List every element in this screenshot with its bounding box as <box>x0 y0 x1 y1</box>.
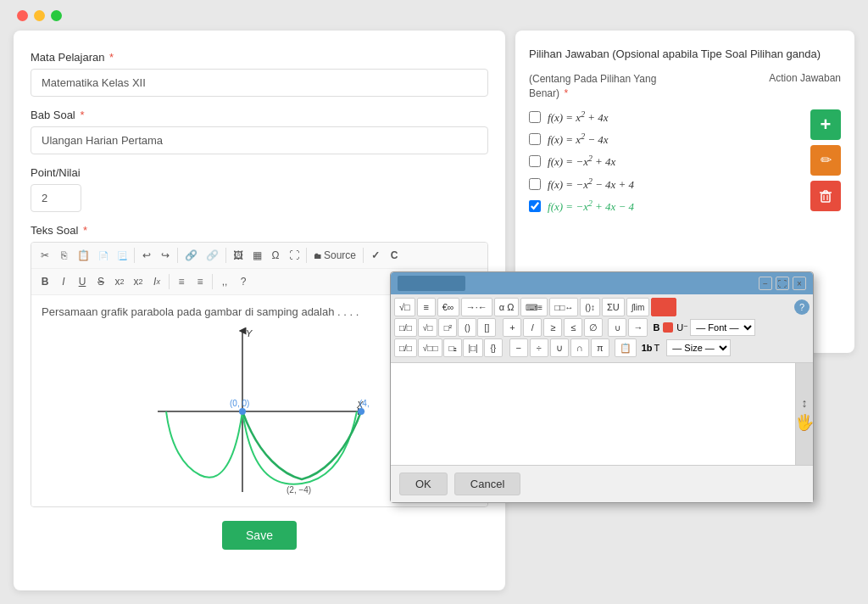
paste-button[interactable]: 📋 <box>74 246 93 265</box>
subscript-button[interactable]: x2 <box>111 272 128 291</box>
frac-arrow-btn[interactable]: □□↔ <box>549 298 578 316</box>
clipboard-btn[interactable]: 📋 <box>615 338 637 357</box>
font-select[interactable]: — Font — <box>690 319 755 336</box>
undo-button[interactable]: ↩ <box>138 246 155 265</box>
cut-button[interactable]: ✂ <box>36 246 53 265</box>
strikethrough-button[interactable]: S <box>92 272 109 291</box>
save-button[interactable]: Save <box>222 521 297 550</box>
dialog-controls: − ⛶ × <box>759 277 806 290</box>
answer-row-1: f(x) = x2 + 4x <box>529 109 802 125</box>
formula-check-button[interactable]: ✓ <box>367 246 384 265</box>
list-ordered-button[interactable]: ≡ <box>192 272 209 291</box>
action-header: Action Jawaban <box>769 72 841 84</box>
sqrt-btn[interactable]: √□ <box>394 298 415 316</box>
pi-btn[interactable]: π <box>591 338 609 357</box>
integral-btn[interactable]: ∫lim <box>626 298 650 316</box>
math-dialog-title <box>398 276 465 291</box>
arrow-btn[interactable]: →·← <box>461 298 492 316</box>
sqrt3-btn[interactable]: √□□ <box>418 338 443 357</box>
alpha-omega-btn[interactable]: α Ω <box>494 298 520 316</box>
clear-button[interactable]: C <box>386 246 403 265</box>
sigma-btn[interactable]: ΣU <box>602 298 625 316</box>
bab-soal-label: Bab Soal * <box>31 109 488 121</box>
answer-checkbox-5[interactable] <box>529 200 541 212</box>
answer-checkbox-2[interactable] <box>529 133 541 145</box>
copy-button[interactable]: ⎘ <box>55 246 72 265</box>
dialog-minimize-button[interactable]: − <box>759 277 772 290</box>
special-char-button[interactable]: Ω <box>267 246 284 265</box>
minimize-button[interactable] <box>34 10 45 21</box>
paren-btn[interactable]: ()↕ <box>580 298 600 316</box>
delete-answer-button[interactable] <box>810 181 841 211</box>
math-editor-input[interactable] <box>391 363 796 465</box>
bold-button[interactable]: B <box>36 272 53 291</box>
image-button[interactable]: 🖼 <box>230 246 247 265</box>
size-select[interactable]: — Size — <box>666 339 731 356</box>
unlink-button[interactable]: 🔗 <box>203 246 222 265</box>
highlight-btn[interactable] <box>651 298 676 316</box>
cap-btn[interactable]: ∩ <box>570 338 589 357</box>
toolbar-divider-4 <box>306 248 307 263</box>
redo-button[interactable]: ↪ <box>157 246 174 265</box>
curly-btn[interactable]: {} <box>484 338 503 357</box>
answer-checkbox-4[interactable] <box>529 178 541 190</box>
abs-btn[interactable]: |□| <box>463 338 482 357</box>
math-ok-button[interactable]: OK <box>399 473 448 495</box>
source-button[interactable]: 🖿 Source <box>310 248 359 263</box>
sidebar-hand-icon[interactable]: 🖐 <box>795 413 814 432</box>
dialog-close-button[interactable]: × <box>793 277 806 290</box>
euro-inf-btn[interactable]: €∞ <box>437 298 459 316</box>
bracket-btn[interactable]: [] <box>477 318 496 337</box>
leq-btn[interactable]: ≤ <box>564 318 582 337</box>
trash-icon <box>818 188 833 204</box>
table-button[interactable]: ▦ <box>248 246 265 265</box>
sub-btn[interactable]: □₂ <box>443 338 462 357</box>
union-btn[interactable]: ∪ <box>550 338 569 357</box>
link-button[interactable]: 🔗 <box>181 246 201 265</box>
cup-btn[interactable]: ∪ <box>608 318 626 337</box>
math-cancel-button[interactable]: Cancel <box>454 473 520 495</box>
underline-button[interactable]: U <box>74 272 91 291</box>
div-btn[interactable]: ÷ <box>530 338 548 357</box>
remove-format-button[interactable]: Ix <box>148 272 165 291</box>
answer-checkbox-3[interactable] <box>529 155 541 167</box>
dialog-restore-button[interactable]: ⛶ <box>776 277 789 290</box>
add-answer-button[interactable]: + <box>810 109 841 140</box>
pow2-btn[interactable]: □² <box>438 318 457 337</box>
rightarrow-btn[interactable]: → <box>628 318 648 337</box>
font-u-btn[interactable]: U⁻ <box>676 322 688 333</box>
superscript-button[interactable]: x2 <box>130 272 147 291</box>
maximize-button[interactable] <box>51 10 62 21</box>
color-btn[interactable] <box>663 322 673 333</box>
fullscreen-button[interactable]: ⛶ <box>286 246 303 265</box>
paste-formatted-button[interactable]: 📃 <box>114 246 131 265</box>
equiv-btn[interactable]: ≡ <box>417 298 436 316</box>
edit-answer-button[interactable]: ✏ <box>810 145 841 176</box>
empty-set-btn[interactable]: ∅ <box>584 318 603 337</box>
paren2-btn[interactable]: () <box>458 318 476 337</box>
frac-btn[interactable]: □/□ <box>394 318 417 337</box>
answer-checkbox-1[interactable] <box>529 111 541 123</box>
help-button[interactable]: ? <box>235 272 252 291</box>
math-help-icon[interactable]: ? <box>794 299 810 315</box>
sqrt2-btn[interactable]: √□ <box>418 318 438 337</box>
frac-group2: □/□ √□□ □₂ |□| {} <box>394 338 503 357</box>
geq-btn[interactable]: ≥ <box>543 318 562 337</box>
list-unordered-button[interactable]: ≡ <box>173 272 190 291</box>
plus-btn[interactable]: + <box>503 318 521 337</box>
paste-word-button[interactable]: 📄 <box>95 246 112 265</box>
math-editor-sidebar: ↕ 🖐 <box>796 363 813 465</box>
mata-pelajaran-input[interactable] <box>31 69 488 97</box>
point-input[interactable] <box>31 184 81 212</box>
toolbar-divider-1 <box>134 248 135 263</box>
close-button[interactable] <box>17 10 28 21</box>
keyboard-btn[interactable]: ⌨≡ <box>520 298 548 316</box>
dfrac-btn[interactable]: □/□ <box>394 338 417 357</box>
italic-button[interactable]: I <box>55 272 72 291</box>
answer-row-4: f(x) = −x2 − 4x + 4 <box>529 176 802 192</box>
quote-button[interactable]: ,, <box>216 272 233 291</box>
sidebar-scroll-icon[interactable]: ↕ <box>802 396 808 410</box>
minus-btn[interactable]: − <box>509 338 528 357</box>
bab-soal-input[interactable] <box>31 126 488 154</box>
slash-btn[interactable]: / <box>523 318 542 337</box>
